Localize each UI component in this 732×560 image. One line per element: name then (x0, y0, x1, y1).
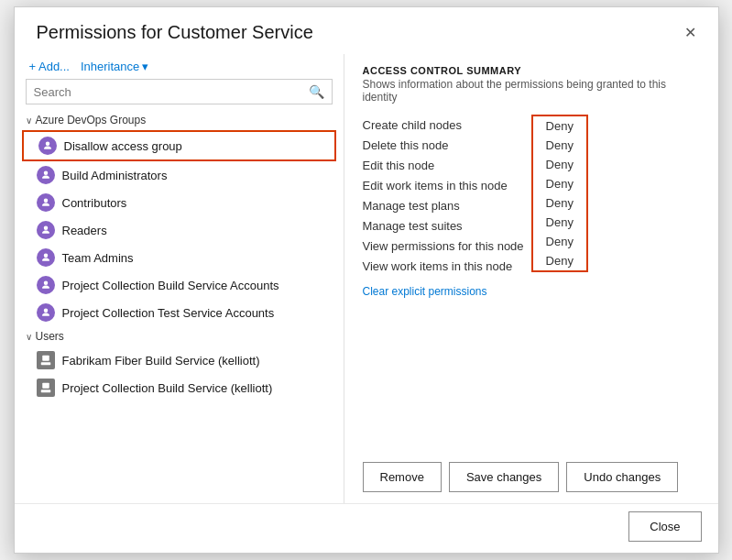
group-icon-pctsa (37, 303, 55, 322)
group-label-pcbsa: Project Collection Build Service Account… (62, 279, 279, 292)
perm-label-edit-work-items: Edit work items in this node (363, 175, 531, 195)
search-button[interactable]: 🔍 (301, 80, 332, 104)
deny-delete-node[interactable]: Deny (533, 136, 586, 155)
group-label-build-admins: Build Administrators (62, 169, 168, 182)
group-item-contributors[interactable]: Contributors (15, 189, 344, 216)
dialog: Permissions for Customer Service ✕ + Add… (14, 6, 719, 554)
inheritance-arrow-icon: ▾ (142, 60, 148, 73)
undo-changes-button[interactable]: Undo changes (566, 462, 678, 492)
group-label-readers: Readers (62, 224, 107, 237)
deny-view-perms[interactable]: Deny (533, 232, 586, 251)
group-icon-team-admins (37, 248, 55, 267)
search-box: 🔍 (26, 79, 333, 104)
user-label-fabrikam: Fabrikam Fiber Build Service (kelliott) (62, 354, 260, 368)
perms-area: Create child nodes Delete this node Edit… (363, 115, 700, 492)
group-label-pctsa: Project Collection Test Service Accounts (62, 306, 275, 320)
right-panel: ACCESS CONTROL SUMMARY Shows information… (344, 54, 718, 503)
acs-title: ACCESS CONTROL SUMMARY (363, 65, 700, 76)
user-item-fabrikam[interactable]: Fabrikam Fiber Build Service (kelliott) (15, 346, 344, 374)
users-label: Users (36, 330, 64, 343)
user-icon-fabrikam (37, 351, 55, 369)
action-buttons: Remove Save changes Undo changes (363, 462, 700, 492)
dialog-title: Permissions for Customer Service (37, 22, 313, 43)
user-label-pcbs: Project Collection Build Service (kellio… (62, 381, 273, 395)
perm-label-edit-node: Edit this node (363, 155, 531, 175)
group-item-pcbsa[interactable]: Project Collection Build Service Account… (15, 271, 344, 299)
close-x-button[interactable]: ✕ (679, 20, 702, 45)
clear-explicit-perms-link[interactable]: Clear explicit permissions (363, 285, 700, 298)
perm-label-manage-test-suites: Manage test suites (363, 215, 531, 236)
perm-label-create-child: Create child nodes (363, 115, 531, 135)
azure-devops-chevron-icon: ∨ (26, 115, 32, 126)
group-item-build-admins[interactable]: Build Administrators (15, 161, 344, 189)
deny-create-child[interactable]: Deny (533, 116, 586, 136)
toolbar: + Add... Inheritance ▾ (15, 54, 344, 79)
inheritance-label: Inheritance (81, 60, 139, 73)
add-button[interactable]: + Add... (29, 60, 70, 73)
group-label-team-admins: Team Admins (62, 251, 134, 265)
perm-label-delete-node: Delete this node (363, 135, 531, 155)
deny-column: Deny Deny Deny Deny Deny Deny Deny Deny (531, 115, 588, 272)
deny-edit-work-items[interactable]: Deny (533, 174, 586, 193)
dialog-overlay: Permissions for Customer Service ✕ + Add… (0, 0, 732, 560)
group-label-disallow: Disallow access group (64, 139, 182, 153)
perm-label-view-perms: View permissions for this node (363, 236, 531, 256)
users-chevron-icon: ∨ (26, 332, 32, 342)
left-panel: + Add... Inheritance ▾ 🔍 (15, 54, 344, 503)
group-item-team-admins[interactable]: Team Admins (15, 244, 344, 271)
remove-button[interactable]: Remove (363, 462, 442, 492)
group-icon-pcbsa (37, 276, 55, 294)
group-icon-readers (37, 221, 55, 239)
deny-view-work-items[interactable]: Deny (533, 251, 586, 270)
perm-label-view-work-items: View work items in this node (363, 256, 531, 276)
perm-label-manage-test-plans: Manage test plans (363, 195, 531, 215)
group-item-pctsa[interactable]: Project Collection Test Service Accounts (15, 299, 344, 326)
dialog-body: + Add... Inheritance ▾ 🔍 (15, 54, 718, 503)
add-button-label: + Add... (29, 60, 70, 73)
deny-edit-node[interactable]: Deny (533, 155, 586, 174)
svg-rect-1 (40, 362, 50, 365)
close-button[interactable]: Close (628, 511, 701, 542)
user-item-pcbs[interactable]: Project Collection Build Service (kellio… (15, 374, 344, 401)
inheritance-button[interactable]: Inheritance ▾ (81, 60, 148, 73)
users-header[interactable]: ∨ Users (15, 326, 344, 346)
search-icon: 🔍 (309, 84, 324, 99)
svg-rect-2 (42, 383, 49, 389)
save-changes-button[interactable]: Save changes (449, 462, 559, 492)
svg-rect-3 (40, 390, 50, 392)
group-icon-build-admins (37, 166, 55, 184)
group-item-disallow[interactable]: Disallow access group (22, 130, 336, 161)
group-item-readers[interactable]: Readers (15, 216, 344, 244)
svg-rect-0 (42, 356, 49, 361)
acs-subtitle: Shows information about the permissions … (363, 78, 700, 104)
group-label-contributors: Contributors (62, 196, 127, 210)
perm-labels-col: Create child nodes Delete this node Edit… (363, 115, 531, 276)
group-icon-disallow (38, 137, 57, 155)
group-icon-contributors (37, 193, 55, 212)
groups-section: ∨ Azure DevOps Groups Disallow access gr… (15, 110, 344, 496)
dialog-footer: Close (15, 503, 718, 553)
search-input[interactable] (27, 81, 301, 104)
deny-manage-test-plans[interactable]: Deny (533, 193, 586, 213)
user-icon-pcbs (37, 379, 55, 397)
azure-devops-groups-header[interactable]: ∨ Azure DevOps Groups (15, 110, 344, 130)
perms-layout: Create child nodes Delete this node Edit… (363, 115, 700, 276)
azure-devops-groups-label: Azure DevOps Groups (36, 114, 147, 126)
dialog-titlebar: Permissions for Customer Service ✕ (15, 7, 718, 54)
deny-manage-test-suites[interactable]: Deny (533, 213, 586, 232)
